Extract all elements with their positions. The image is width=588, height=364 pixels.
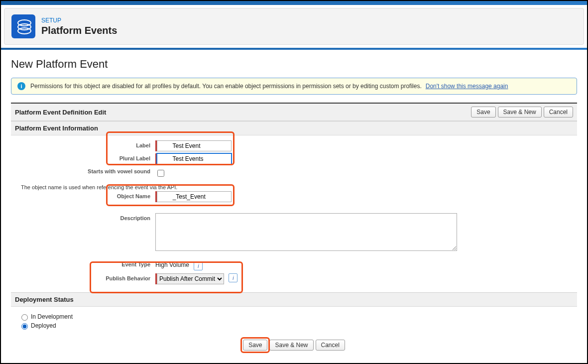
info-icon: i <box>17 82 25 90</box>
event-type-value: High Volume <box>155 261 189 268</box>
api-note: The object name is used when referencing… <box>21 184 572 190</box>
cancel-button[interactable]: Cancel <box>544 107 573 118</box>
vowel-label: Starts with vowel sound <box>16 166 155 174</box>
save-button-bottom[interactable]: Save <box>243 340 267 351</box>
status-in-development-radio[interactable] <box>21 314 28 321</box>
label-input[interactable] <box>157 140 232 151</box>
plural-label: Plural Label <box>16 153 155 161</box>
info-hint-icon[interactable]: i <box>229 273 237 282</box>
edit-section-title: Platform Event Definition Edit <box>15 109 106 116</box>
description-textarea[interactable] <box>155 213 457 251</box>
description-label: Description <box>16 213 155 221</box>
status-deployed-radio[interactable] <box>21 323 28 330</box>
breadcrumb: SETUP <box>41 17 117 24</box>
status-deployed[interactable]: Deployed <box>19 322 577 330</box>
publish-behavior-select[interactable]: Publish After Commit <box>157 273 224 284</box>
save-new-button[interactable]: Save & New <box>498 107 542 118</box>
status-in-development[interactable]: In Development <box>19 313 577 321</box>
cancel-button-bottom[interactable]: Cancel <box>316 340 345 351</box>
info-text: Permissions for this object are disabled… <box>30 83 422 90</box>
bottom-button-bar: Save Save & New Cancel <box>11 333 577 359</box>
save-button[interactable]: Save <box>471 107 495 118</box>
dismiss-link[interactable]: Don't show this message again <box>426 83 508 90</box>
deploy-section-head: Deployment Status <box>11 292 577 307</box>
form-body: Label Plural Label Starts with vowel sou… <box>11 135 577 289</box>
label-label: Label <box>16 140 155 148</box>
object-name-label: Object Name <box>16 191 155 199</box>
vowel-checkbox[interactable] <box>157 170 164 177</box>
object-name-input[interactable] <box>157 191 232 202</box>
info-hint-icon[interactable]: i <box>194 261 203 270</box>
publish-label: Publish Behavior <box>16 273 155 281</box>
plural-input[interactable] <box>157 153 232 164</box>
info-section-head: Platform Event Information <box>11 121 577 135</box>
info-section-title: Platform Event Information <box>15 124 98 132</box>
event-type-label: Event Type <box>16 259 155 267</box>
page-title-header: Platform Events <box>41 25 117 36</box>
edit-section-head: Platform Event Definition Edit Save Save… <box>11 103 577 121</box>
platform-events-icon <box>11 14 35 38</box>
top-border <box>1 1 587 5</box>
save-new-button-bottom[interactable]: Save & New <box>269 340 313 351</box>
info-banner: i Permissions for this object are disabl… <box>11 78 577 95</box>
deploy-section-title: Deployment Status <box>15 296 74 303</box>
page-title: New Platform Event <box>11 58 577 71</box>
page-header: SETUP Platform Events <box>4 8 584 45</box>
